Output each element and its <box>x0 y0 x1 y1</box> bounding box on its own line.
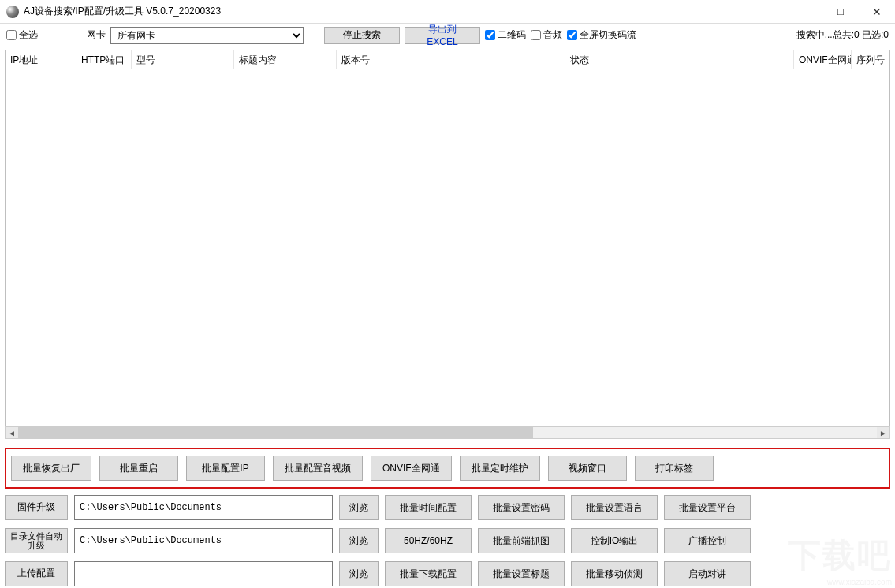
batch-schedule-maint-button[interactable]: 批量定时维护 <box>460 456 540 481</box>
audio-label: 音频 <box>543 28 562 42</box>
upload-row: 上传配置 浏览 批量下载配置 批量设置标题 批量移动侦测 启动对讲 <box>5 561 890 586</box>
col-onvif[interactable]: ONVIF全网通 <box>794 50 852 69</box>
bottom-rows: 固件升级 浏览 批量时间配置 批量设置密码 批量设置语言 批量设置平台 目录文件… <box>5 495 890 586</box>
col-model[interactable]: 型号 <box>132 50 234 69</box>
col-ip[interactable]: IP地址 <box>6 50 76 69</box>
upload-path-input[interactable] <box>74 561 333 586</box>
fullscreen-switch-input[interactable] <box>567 30 577 40</box>
control-io-button[interactable]: 控制IO输出 <box>571 528 658 553</box>
col-status[interactable]: 状态 <box>565 50 794 69</box>
search-status: 搜索中...总共:0 已选:0 <box>796 28 889 42</box>
audio-input[interactable] <box>531 30 541 40</box>
firmware-browse-button[interactable]: 浏览 <box>339 495 379 520</box>
scroll-thumb[interactable] <box>18 427 533 438</box>
minimize-button[interactable]: — <box>786 0 822 24</box>
upload-label[interactable]: 上传配置 <box>5 561 68 586</box>
fullscreen-switch-checkbox[interactable]: 全屏切换码流 <box>567 28 636 42</box>
onvif-all-net-button[interactable]: ONVIF全网通 <box>371 456 452 481</box>
scroll-track[interactable] <box>18 427 877 438</box>
toolbar: 全选 网卡 所有网卡 停止搜索 导出到EXCEL 二维码 音频 全屏切换码流 搜… <box>0 24 895 47</box>
qrcode-label: 二维码 <box>498 28 526 42</box>
titlebar: AJ设备搜索/IP配置/升级工具 V5.0.7_20200323 — ☐ ✕ <box>0 0 895 24</box>
stop-search-button[interactable]: 停止搜索 <box>324 27 400 44</box>
col-version[interactable]: 版本号 <box>337 50 565 69</box>
batch-factory-reset-button[interactable]: 批量恢复出厂 <box>11 456 91 481</box>
dir-upgrade-path-input[interactable] <box>74 528 333 553</box>
dir-upgrade-label[interactable]: 目录文件自动升级 <box>5 528 68 553</box>
window-title: AJ设备搜索/IP配置/升级工具 V5.0.7_20200323 <box>24 5 221 18</box>
window-controls: — ☐ ✕ <box>786 0 895 24</box>
col-serial[interactable]: 序列号 <box>852 50 889 69</box>
broadcast-ctrl-button[interactable]: 广播控制 <box>664 528 751 553</box>
print-label-button[interactable]: 打印标签 <box>635 456 714 481</box>
col-title[interactable]: 标题内容 <box>234 50 337 69</box>
batch-config-ip-button[interactable]: 批量配置IP <box>186 456 265 481</box>
batch-download-config-button[interactable]: 批量下载配置 <box>385 561 472 586</box>
select-all-input[interactable] <box>6 30 17 40</box>
fullscreen-switch-label: 全屏切换码流 <box>580 28 636 42</box>
hz-button[interactable]: 50HZ/60HZ <box>385 528 472 553</box>
grid-hscrollbar[interactable]: ◄ ► <box>5 426 890 439</box>
select-all-label: 全选 <box>19 28 38 42</box>
audio-checkbox[interactable]: 音频 <box>531 28 562 42</box>
firmware-path-input[interactable] <box>74 495 333 520</box>
batch-set-title-button[interactable]: 批量设置标题 <box>478 561 565 586</box>
grid-body[interactable] <box>6 69 889 426</box>
start-intercom-button[interactable]: 启动对讲 <box>664 561 751 586</box>
firmware-label[interactable]: 固件升级 <box>5 495 68 520</box>
batch-time-config-button[interactable]: 批量时间配置 <box>385 495 472 520</box>
close-button[interactable]: ✕ <box>859 0 895 24</box>
batch-set-language-button[interactable]: 批量设置语言 <box>571 495 658 520</box>
video-window-button[interactable]: 视频窗口 <box>548 456 627 481</box>
batch-actions-highlighted: 批量恢复出厂 批量重启 批量配置IP 批量配置音视频 ONVIF全网通 批量定时… <box>5 448 890 489</box>
batch-set-password-button[interactable]: 批量设置密码 <box>478 495 565 520</box>
select-all-checkbox[interactable]: 全选 <box>6 28 38 42</box>
firmware-row: 固件升级 浏览 批量时间配置 批量设置密码 批量设置语言 批量设置平台 <box>5 495 890 520</box>
batch-snapshot-button[interactable]: 批量前端抓图 <box>478 528 565 553</box>
export-excel-button[interactable]: 导出到EXCEL <box>405 27 480 44</box>
maximize-button[interactable]: ☐ <box>822 0 859 24</box>
scroll-left-icon[interactable]: ◄ <box>6 427 18 438</box>
nic-label: 网卡 <box>87 28 106 42</box>
scroll-right-icon[interactable]: ► <box>877 427 889 438</box>
dir-upgrade-browse-button[interactable]: 浏览 <box>339 528 379 553</box>
qrcode-checkbox[interactable]: 二维码 <box>485 28 526 42</box>
qrcode-input[interactable] <box>485 30 495 40</box>
batch-set-platform-button[interactable]: 批量设置平台 <box>664 495 751 520</box>
batch-reboot-button[interactable]: 批量重启 <box>99 456 178 481</box>
batch-motion-detect-button[interactable]: 批量移动侦测 <box>571 561 658 586</box>
grid-header: IP地址 HTTP端口 型号 标题内容 版本号 状态 ONVIF全网通 序列号 <box>6 50 889 69</box>
upload-browse-button[interactable]: 浏览 <box>339 561 379 586</box>
app-icon <box>6 6 19 18</box>
dir-upgrade-row: 目录文件自动升级 浏览 50HZ/60HZ 批量前端抓图 控制IO输出 广播控制 <box>5 528 890 553</box>
device-grid: IP地址 HTTP端口 型号 标题内容 版本号 状态 ONVIF全网通 序列号 <box>5 50 890 426</box>
batch-config-av-button[interactable]: 批量配置音视频 <box>273 456 363 481</box>
nic-select[interactable]: 所有网卡 <box>110 27 304 44</box>
col-port[interactable]: HTTP端口 <box>76 50 132 69</box>
